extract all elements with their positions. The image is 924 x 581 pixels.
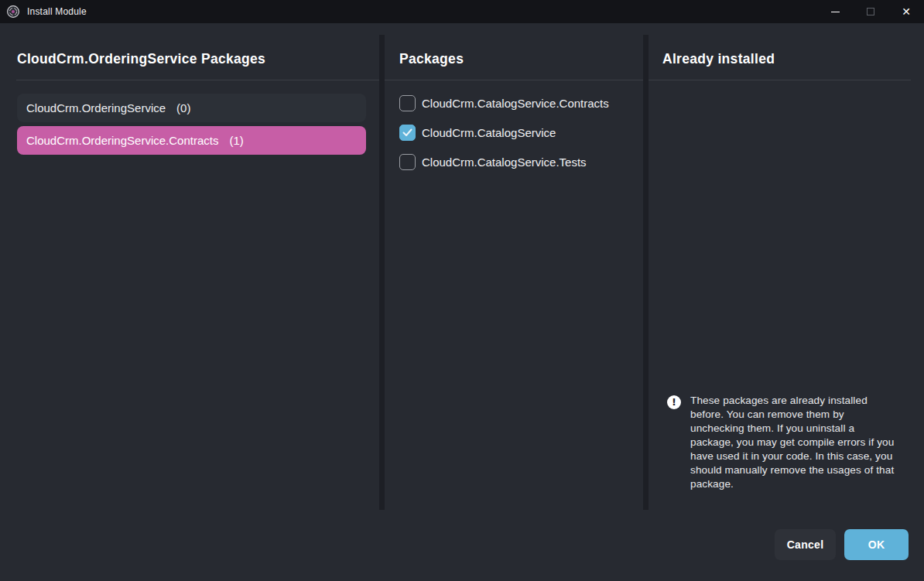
dialog-content: CloudCrm.OrderingService Packages Packag…: [0, 23, 924, 581]
checkbox-unchecked[interactable]: [399, 95, 416, 111]
module-list-item-orderingservice-contracts[interactable]: CloudCrm.OrderingService.Contracts (1): [17, 126, 366, 155]
abp-logo-icon: [6, 5, 20, 19]
ok-button[interactable]: OK: [844, 529, 909, 560]
checkmark-icon: [402, 128, 412, 137]
caption-buttons: ✕: [817, 0, 924, 23]
module-name: CloudCrm.OrderingService: [26, 101, 166, 114]
package-row-catalogservice-contracts[interactable]: CloudCrm.CatalogService.Contracts: [399, 94, 631, 111]
package-list: CloudCrm.CatalogService.Contracts CloudC…: [399, 94, 631, 183]
module-count: (1): [229, 134, 243, 147]
module-count: (0): [176, 101, 190, 114]
middle-panel-title: Packages: [399, 51, 464, 67]
maximize-icon: [867, 8, 874, 15]
cancel-button[interactable]: Cancel: [775, 529, 836, 560]
titlebar: Install Module ✕: [0, 0, 924, 23]
column-separator-1: [379, 35, 385, 510]
left-panel-title: CloudCrm.OrderingService Packages: [17, 51, 265, 67]
column-separator-2: [643, 35, 649, 510]
minimize-button[interactable]: [817, 0, 853, 23]
checkbox-unchecked[interactable]: [399, 154, 416, 170]
package-row-catalogservice-tests[interactable]: CloudCrm.CatalogService.Tests: [399, 153, 631, 170]
close-button[interactable]: ✕: [888, 0, 924, 23]
package-row-catalogservice[interactable]: CloudCrm.CatalogService: [399, 124, 631, 141]
right-panel-title: Already installed: [662, 51, 775, 67]
module-list: CloudCrm.OrderingService (0) CloudCrm.Or…: [17, 94, 366, 159]
window-title: Install Module: [27, 6, 87, 17]
exclamation-icon: !: [667, 395, 681, 409]
module-list-item-orderingservice[interactable]: CloudCrm.OrderingService (0): [17, 94, 366, 122]
header-divider: [16, 80, 911, 80]
checkbox-checked[interactable]: [399, 125, 416, 141]
module-name: CloudCrm.OrderingService.Contracts: [26, 134, 218, 147]
package-label: CloudCrm.CatalogService.Tests: [422, 156, 587, 169]
maximize-button[interactable]: [853, 0, 888, 23]
already-installed-note: ! These packages are already installed b…: [667, 394, 899, 491]
package-label: CloudCrm.CatalogService.Contracts: [422, 97, 609, 110]
note-text: These packages are already installed bef…: [690, 394, 899, 491]
minimize-icon: [831, 12, 840, 12]
package-label: CloudCrm.CatalogService: [422, 126, 556, 139]
close-icon: ✕: [902, 6, 911, 17]
install-module-dialog: Install Module ✕ CloudCrm.OrderingServic…: [0, 0, 924, 581]
